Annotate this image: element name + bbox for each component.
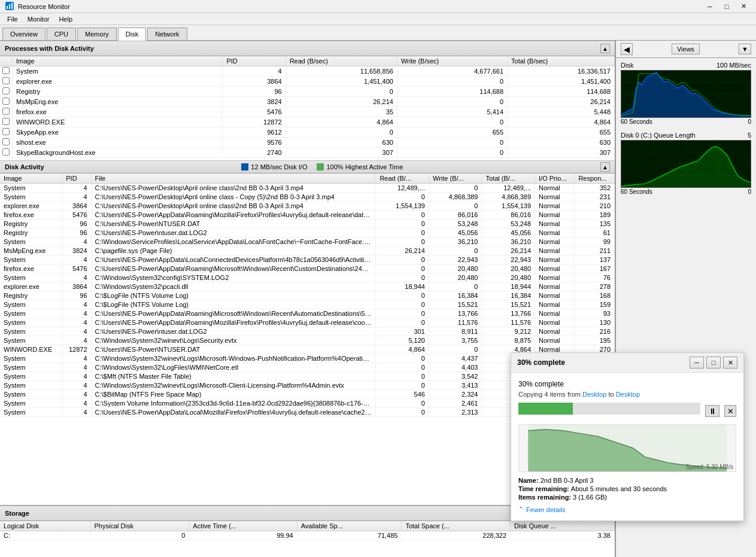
- tab-disk[interactable]: Disk: [118, 28, 146, 41]
- row-checkbox[interactable]: [2, 98, 10, 105]
- storage-table-container[interactable]: Logical Disk Physical Disk Active Time (…: [0, 521, 615, 557]
- minimize-button[interactable]: ─: [702, 1, 718, 12]
- maximize-button[interactable]: □: [719, 1, 734, 12]
- row-checkbox[interactable]: [2, 77, 10, 84]
- th-avail[interactable]: Available Sp...: [297, 521, 402, 531]
- da-row-total: 11,576: [482, 318, 535, 327]
- copy-dialog-maximize[interactable]: □: [706, 357, 721, 369]
- th-da-response[interactable]: Respon...: [575, 174, 615, 184]
- table-row[interactable]: System 4 C:\Users\NES-Power\AppData\Roam…: [0, 309, 615, 318]
- da-row-response: 231: [575, 193, 615, 202]
- tab-overview[interactable]: Overview: [2, 28, 45, 40]
- th-check[interactable]: [0, 56, 13, 66]
- th-image[interactable]: Image: [13, 56, 223, 66]
- da-row-write: 86,016: [429, 211, 482, 220]
- views-dropdown[interactable]: ▼: [739, 44, 751, 54]
- row-checkbox[interactable]: [2, 118, 10, 125]
- copy-dialog-close[interactable]: ✕: [723, 357, 737, 369]
- fewer-details-btn[interactable]: ⌃ Fewer details: [518, 506, 736, 513]
- table-row[interactable]: SkypeBackgroundHost.exe 2740 307 0 307: [0, 148, 615, 158]
- table-row[interactable]: System 4 C:\Users\NES-Power\AppData\Roam…: [0, 318, 615, 327]
- th-da-write[interactable]: Write (B/...: [429, 174, 482, 184]
- th-active[interactable]: Active Time (...: [189, 521, 297, 531]
- row-checkbox[interactable]: [2, 108, 10, 115]
- table-row[interactable]: firefox.exe 5476 35 5,414 5,448: [0, 107, 615, 117]
- table-row[interactable]: System 4 C:\Windows\System32\config\SYST…: [0, 273, 615, 282]
- th-da-pid[interactable]: PID: [62, 174, 91, 184]
- tab-cpu[interactable]: CPU: [47, 28, 76, 40]
- row-checkbox-cell[interactable]: [0, 77, 13, 87]
- row-checkbox[interactable]: [2, 87, 10, 95]
- table-row[interactable]: System 4 C:\$LogFile (NTFS Volume Log) 0…: [0, 300, 615, 309]
- copy-dest-link[interactable]: Desktop: [616, 391, 640, 398]
- table-row[interactable]: System 4 11,658,856 4,677,661 16,336,517: [0, 66, 615, 77]
- th-da-total[interactable]: Total (B/...: [482, 174, 535, 184]
- table-row[interactable]: MsMpEng.exe 3824 C:\pagefile.sys (Page F…: [0, 246, 615, 255]
- disk-activity-collapse-btn[interactable]: ▲: [600, 162, 610, 172]
- row-checkbox-cell[interactable]: [0, 117, 13, 127]
- row-checkbox-cell[interactable]: [0, 97, 13, 107]
- table-row[interactable]: Registry 96 C:\Users\NES-Power\NTUSER.DA…: [0, 220, 615, 229]
- table-row[interactable]: explorer.exe 3864 C:\Windows\System32\pc…: [0, 282, 615, 291]
- row-checkbox-cell[interactable]: [0, 87, 13, 97]
- row-checkbox[interactable]: [2, 128, 10, 135]
- copy-pause-button[interactable]: ⏸: [705, 405, 719, 417]
- row-checkbox[interactable]: [2, 67, 10, 74]
- th-logical[interactable]: Logical Disk: [0, 521, 90, 531]
- table-row[interactable]: firefox.exe 5476 C:\Users\NES-Power\AppD…: [0, 264, 615, 273]
- th-pid[interactable]: PID: [223, 56, 286, 66]
- th-da-file[interactable]: File: [91, 174, 376, 184]
- table-row[interactable]: Registry 96 C:\$LogFile (NTFS Volume Log…: [0, 291, 615, 300]
- th-queue[interactable]: Disk Queue ...: [511, 521, 615, 531]
- table-row[interactable]: System 4 C:\Users\NES-Power\Desktop\Apri…: [0, 184, 615, 193]
- copy-dialog-minimize[interactable]: ─: [690, 357, 704, 369]
- tab-network[interactable]: Network: [147, 28, 187, 40]
- table-row[interactable]: System 4 C:\Users\NES-Power\AppData\Loca…: [0, 255, 615, 264]
- close-button[interactable]: ✕: [736, 1, 751, 12]
- table-row[interactable]: System 4 C:\Users\NES-Power\ntuser.dat.L…: [0, 327, 615, 336]
- menu-help[interactable]: Help: [54, 14, 77, 24]
- table-row[interactable]: System 4 C:\Windows\ServiceProfiles\Loca…: [0, 238, 615, 246]
- queue-time-row: 60 Seconds 0: [621, 188, 751, 196]
- row-total: 655: [508, 127, 615, 138]
- table-row[interactable]: System 4 C:\Windows\System32\winevt\Logs…: [0, 336, 615, 345]
- right-nav-btn[interactable]: ◀: [621, 43, 633, 55]
- processes-collapse-btn[interactable]: ▲: [600, 44, 610, 53]
- th-da-image[interactable]: Image: [0, 174, 62, 184]
- table-row[interactable]: explorer.exe 3864 C:\Users\NES-Power\Des…: [0, 202, 615, 211]
- row-checkbox-cell[interactable]: [0, 107, 13, 117]
- views-button[interactable]: Views: [672, 44, 700, 54]
- row-checkbox-cell[interactable]: [0, 66, 13, 77]
- menu-file[interactable]: File: [2, 14, 23, 24]
- menu-monitor[interactable]: Monitor: [23, 14, 54, 24]
- indicator-blue-box: [241, 163, 248, 171]
- th-total-space[interactable]: Total Space (...: [402, 521, 511, 531]
- th-physical[interactable]: Physical Disk: [90, 521, 189, 531]
- th-read[interactable]: Read (B/sec): [286, 56, 397, 66]
- row-checkbox-cell[interactable]: [0, 138, 13, 148]
- table-row[interactable]: firefox.exe 5476 C:\Users\NES-Power\AppD…: [0, 211, 615, 220]
- row-checkbox-cell[interactable]: [0, 127, 13, 138]
- table-row[interactable]: Registry 96 0 114,688 114,688: [0, 87, 615, 97]
- row-checkbox-cell[interactable]: [0, 148, 13, 158]
- tab-memory[interactable]: Memory: [77, 28, 117, 40]
- th-da-priority[interactable]: I/O Prio...: [535, 174, 575, 184]
- row-checkbox[interactable]: [2, 138, 10, 145]
- th-write[interactable]: Write (B/sec): [397, 56, 507, 66]
- th-total[interactable]: Total (B/sec): [508, 56, 615, 66]
- table-row[interactable]: System 4 C:\Users\NES-Power\Desktop\Apri…: [0, 193, 615, 202]
- disk-graph-label: Disk 100 MB/sec: [621, 60, 751, 70]
- table-row[interactable]: C: 0 99.94 71,485 228,322 3.38: [0, 531, 615, 540]
- copy-source-link[interactable]: Desktop: [582, 391, 606, 398]
- th-da-read[interactable]: Read (B/...: [376, 174, 429, 184]
- processes-table-container[interactable]: Image PID Read (B/sec) Write (B/sec) Tot…: [0, 56, 615, 160]
- row-checkbox[interactable]: [2, 148, 10, 156]
- table-row[interactable]: WINWORD.EXE 12872 4,864 0 4,864: [0, 117, 615, 127]
- copy-cancel-button[interactable]: ✕: [724, 405, 736, 417]
- table-row[interactable]: MsMpEng.exe 3824 26,214 0 26,214: [0, 97, 615, 107]
- table-row[interactable]: Registry 96 C:\Users\NES-Power\ntuser.da…: [0, 229, 615, 238]
- da-row-response: 99: [575, 238, 615, 246]
- table-row[interactable]: SkypeApp.exe 9612 0 655 655: [0, 127, 615, 138]
- table-row[interactable]: explorer.exe 3864 1,451,400 0 1,451,400: [0, 77, 615, 87]
- table-row[interactable]: sihost.exe 9576 630 0 630: [0, 138, 615, 148]
